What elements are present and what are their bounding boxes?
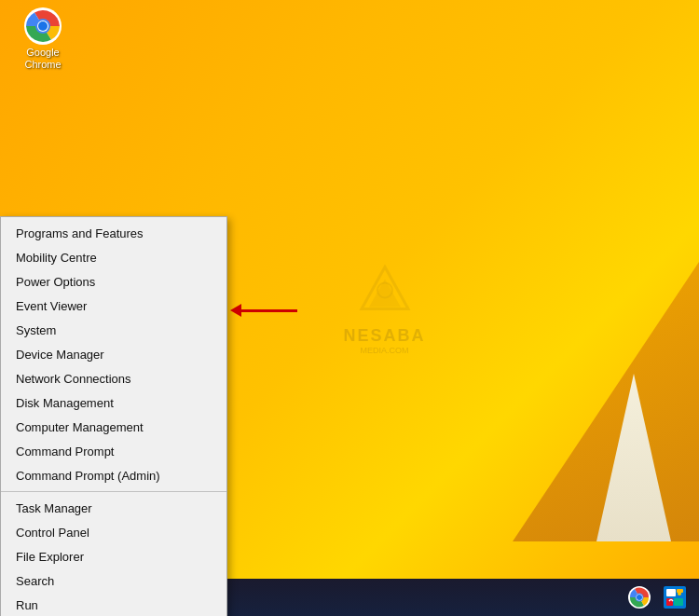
watermark-logo bbox=[356, 262, 412, 318]
taskbar-paint-button[interactable] bbox=[658, 581, 692, 614]
menu-item-event-viewer[interactable]: Event Viewer bbox=[1, 294, 226, 318]
svg-point-6 bbox=[38, 21, 48, 31]
taskbar-icons bbox=[623, 581, 699, 614]
taskbar-paint-icon bbox=[664, 586, 686, 609]
menu-item-programs-features[interactable]: Programs and Features bbox=[1, 221, 226, 245]
menu-item-command-prompt-admin[interactable]: Command Prompt (Admin) bbox=[1, 463, 226, 487]
context-menu: Programs and Features Mobility Centre Po… bbox=[0, 216, 227, 616]
menu-item-computer-management[interactable]: Computer Management bbox=[1, 415, 226, 439]
chrome-label: Google Chrome bbox=[13, 47, 73, 71]
svg-point-16 bbox=[678, 592, 681, 595]
watermark-text: NESABA bbox=[343, 325, 425, 345]
red-arrow-indicator bbox=[231, 304, 297, 317]
menu-item-system[interactable]: System bbox=[1, 318, 226, 342]
menu-item-disk-management[interactable]: Disk Management bbox=[1, 390, 226, 415]
menu-item-run[interactable]: Run bbox=[1, 593, 226, 616]
svg-rect-15 bbox=[674, 598, 683, 606]
menu-item-command-prompt[interactable]: Command Prompt bbox=[1, 439, 226, 463]
arrow-line bbox=[241, 309, 297, 312]
taskbar-chrome-icon bbox=[628, 586, 651, 609]
menu-item-power-options[interactable]: Power Options bbox=[1, 269, 226, 294]
menu-separator-1 bbox=[1, 491, 226, 492]
menu-item-search[interactable]: Search bbox=[1, 568, 226, 593]
menu-item-task-manager[interactable]: Task Manager bbox=[1, 496, 226, 520]
menu-item-device-manager[interactable]: Device Manager bbox=[1, 342, 226, 366]
chrome-icon bbox=[24, 7, 62, 45]
watermark-subtext: MEDIA.COM bbox=[343, 345, 425, 354]
taskbar-chrome-button[interactable] bbox=[623, 581, 656, 614]
watermark: NESABA MEDIA.COM bbox=[343, 262, 425, 354]
desktop-icon-chrome[interactable]: Google Chrome bbox=[13, 7, 73, 71]
menu-item-network-connections[interactable]: Network Connections bbox=[1, 366, 226, 390]
svg-point-10 bbox=[637, 595, 642, 600]
menu-item-control-panel[interactable]: Control Panel bbox=[1, 520, 226, 544]
menu-item-mobility-centre[interactable]: Mobility Centre bbox=[1, 245, 226, 269]
arrow-head bbox=[230, 304, 241, 317]
desktop: NESABA MEDIA.COM Google Chrome Programs … bbox=[0, 0, 699, 616]
menu-item-file-explorer[interactable]: File Explorer bbox=[1, 544, 226, 568]
svg-rect-12 bbox=[666, 589, 676, 596]
